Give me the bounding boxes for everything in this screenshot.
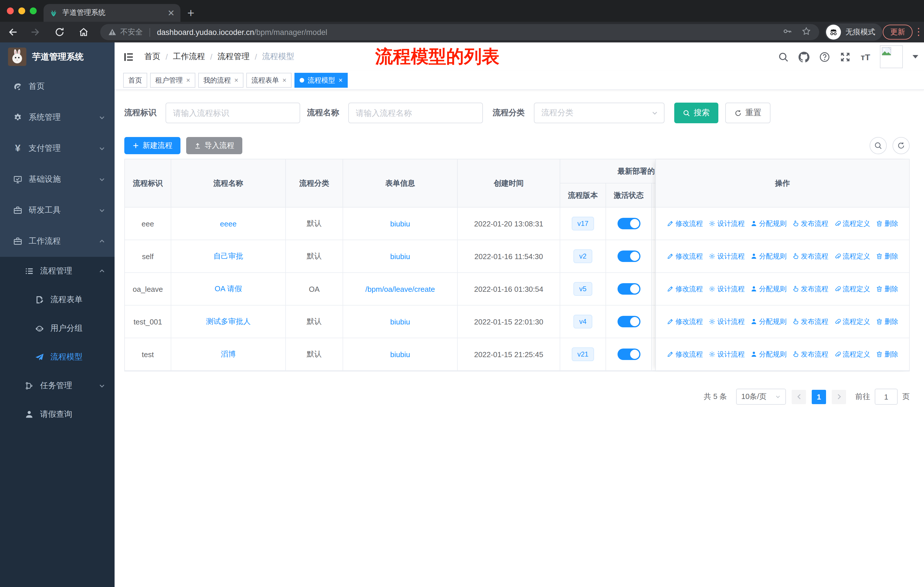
action-assign-link[interactable]: 分配规则 — [751, 284, 787, 294]
window-zoom-button[interactable] — [30, 7, 37, 14]
process-name-link[interactable]: 测试多审批人 — [206, 316, 251, 327]
action-modify-link[interactable]: 修改流程 — [667, 219, 703, 228]
process-category-select[interactable]: 流程分类 — [534, 103, 665, 123]
form-info-link[interactable]: biubiu — [390, 317, 410, 326]
action-publish-link[interactable]: 发布流程 — [792, 251, 828, 261]
action-modify-link[interactable]: 修改流程 — [667, 317, 703, 326]
breadcrumb-item[interactable]: 流程管理 — [218, 51, 250, 62]
sidebar-item-infrastructure[interactable]: 基础设施 — [0, 164, 115, 195]
tag-close-icon[interactable]: × — [338, 76, 343, 84]
search-icon[interactable] — [778, 51, 789, 62]
action-design-link[interactable]: 设计流程 — [709, 349, 745, 359]
next-page-button[interactable] — [832, 390, 846, 404]
browser-update-button[interactable]: 更新 — [883, 25, 912, 40]
app-logo[interactable]: 芋道管理系统 — [0, 42, 115, 71]
form-info-link[interactable]: biubiu — [390, 219, 410, 228]
sidebar-item-process-model[interactable]: 流程模型 — [0, 343, 115, 372]
page-size-select[interactable]: 10条/页 — [736, 389, 786, 405]
tag-my-process[interactable]: 我的流程× — [198, 73, 243, 88]
breadcrumb-item[interactable]: 首页 — [144, 51, 160, 62]
home-icon[interactable] — [78, 26, 89, 38]
action-publish-link[interactable]: 发布流程 — [792, 349, 828, 359]
action-assign-link[interactable]: 分配规则 — [751, 317, 787, 326]
tag-process-form[interactable]: 流程表单× — [246, 73, 292, 88]
toggle-search-button[interactable] — [870, 137, 887, 154]
action-design-link[interactable]: 设计流程 — [709, 317, 745, 326]
reload-icon[interactable] — [54, 26, 65, 38]
forward-icon[interactable] — [30, 26, 41, 38]
sidebar-item-process-form[interactable]: 流程表单 — [0, 286, 115, 314]
page-number-current[interactable]: 1 — [812, 390, 826, 404]
activation-switch[interactable] — [617, 349, 640, 360]
process-name-link[interactable]: 滔博 — [221, 349, 236, 359]
activation-switch[interactable] — [617, 218, 640, 229]
version-badge[interactable]: v2 — [573, 250, 592, 263]
process-key-input[interactable] — [165, 103, 300, 123]
sidebar-item-task-management[interactable]: 任务管理 — [0, 372, 115, 400]
action-assign-link[interactable]: 分配规则 — [751, 219, 787, 228]
import-process-button[interactable]: 导入流程 — [186, 137, 242, 154]
action-delete-link[interactable]: 删除 — [876, 349, 898, 359]
window-minimize-button[interactable] — [18, 7, 25, 14]
search-button[interactable]: 搜索 — [674, 103, 718, 123]
activation-switch[interactable] — [617, 283, 640, 294]
sidebar-item-home[interactable]: 首页 — [0, 71, 115, 102]
tag-home[interactable]: 首页 — [123, 73, 147, 88]
action-definition-link[interactable]: 流程定义 — [834, 284, 870, 294]
action-definition-link[interactable]: 流程定义 — [834, 317, 870, 326]
sidebar-item-payment[interactable]: ¥支付管理 — [0, 133, 115, 164]
hamburger-icon[interactable] — [123, 51, 134, 63]
activation-switch[interactable] — [617, 316, 640, 327]
github-icon[interactable] — [799, 51, 810, 62]
prev-page-button[interactable] — [792, 390, 806, 404]
new-tab-button[interactable]: + — [187, 5, 195, 21]
window-close-button[interactable] — [7, 7, 14, 14]
action-design-link[interactable]: 设计流程 — [709, 284, 745, 294]
process-name-link[interactable]: OA 请假 — [214, 284, 242, 294]
password-key-icon[interactable] — [782, 26, 792, 38]
browser-menu-kebab-icon[interactable]: ⋮ — [914, 23, 924, 41]
action-modify-link[interactable]: 修改流程 — [667, 284, 703, 294]
help-icon[interactable] — [820, 51, 830, 62]
sidebar-item-workflow[interactable]: 工作流程 — [0, 226, 115, 257]
bookmark-star-icon[interactable] — [802, 26, 811, 38]
action-assign-link[interactable]: 分配规则 — [751, 251, 787, 261]
action-definition-link[interactable]: 流程定义 — [834, 219, 870, 228]
action-modify-link[interactable]: 修改流程 — [667, 349, 703, 359]
version-badge[interactable]: v17 — [572, 217, 594, 230]
action-assign-link[interactable]: 分配规则 — [751, 349, 787, 359]
version-badge[interactable]: v21 — [572, 347, 594, 361]
goto-page-input[interactable] — [875, 389, 898, 405]
form-info-link[interactable]: /bpm/oa/leave/create — [365, 284, 435, 293]
browser-tab[interactable]: 芋道管理系统 ✕ — [43, 4, 180, 22]
tag-close-icon[interactable]: × — [186, 76, 190, 84]
refresh-table-button[interactable] — [893, 137, 910, 154]
tag-close-icon[interactable]: × — [234, 76, 238, 84]
action-publish-link[interactable]: 发布流程 — [792, 317, 828, 326]
action-delete-link[interactable]: 删除 — [876, 219, 898, 228]
action-publish-link[interactable]: 发布流程 — [792, 284, 828, 294]
action-delete-link[interactable]: 删除 — [876, 251, 898, 261]
avatar[interactable] — [880, 45, 903, 68]
sidebar-item-user-group[interactable]: 用户分组 — [0, 314, 115, 343]
fullscreen-icon[interactable] — [840, 51, 851, 62]
tag-process-model[interactable]: 流程模型× — [294, 73, 348, 88]
action-modify-link[interactable]: 修改流程 — [667, 251, 703, 261]
form-info-link[interactable]: biubiu — [390, 350, 410, 359]
sidebar-item-leave-query[interactable]: 请假查询 — [0, 400, 115, 429]
version-badge[interactable]: v4 — [573, 315, 592, 329]
tag-tenant[interactable]: 租户管理× — [150, 73, 195, 88]
create-process-button[interactable]: 新建流程 — [124, 137, 180, 154]
process-name-input[interactable] — [348, 103, 483, 123]
action-publish-link[interactable]: 发布流程 — [792, 219, 828, 228]
caret-down-icon[interactable] — [912, 55, 918, 58]
breadcrumb-item[interactable]: 工作流程 — [173, 51, 205, 62]
sidebar-item-system[interactable]: 系统管理 — [0, 102, 115, 133]
tag-close-icon[interactable]: × — [282, 76, 286, 84]
back-icon[interactable] — [7, 26, 18, 38]
font-size-icon[interactable]: ᴛT — [861, 51, 870, 62]
action-delete-link[interactable]: 删除 — [876, 284, 898, 294]
sidebar-item-devtools[interactable]: 研发工具 — [0, 195, 115, 226]
version-badge[interactable]: v5 — [573, 282, 592, 296]
action-definition-link[interactable]: 流程定义 — [834, 251, 870, 261]
